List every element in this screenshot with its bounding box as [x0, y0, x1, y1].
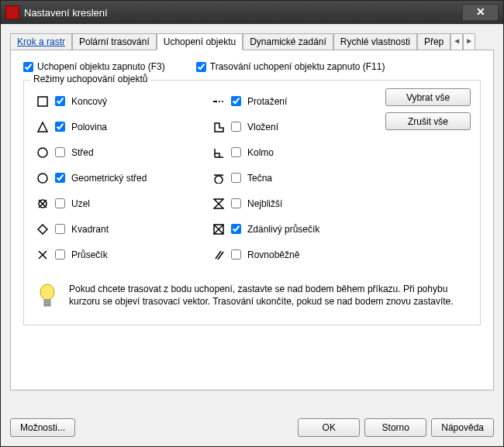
perpendicular-checkbox[interactable]: Kolmo: [228, 145, 274, 160]
insertion-icon: [209, 122, 228, 132]
otrack-on-checkbox[interactable]: Trasování uchopení objektu zapnuto (F11): [196, 61, 385, 72]
tab-page-osnap: Uchopení objektu zapnuto (F3) Trasování …: [10, 50, 494, 390]
node-checkbox[interactable]: Uzel: [52, 196, 90, 211]
intersection-checkbox[interactable]: Průsečík: [52, 247, 108, 262]
parallel-checkbox[interactable]: Rovnoběžně: [228, 247, 299, 262]
quadrant-checkbox[interactable]: Kvadrant: [52, 222, 109, 236]
svg-marker-15: [214, 199, 223, 208]
window-title: Nastavení kreslení: [24, 7, 462, 19]
otrack-on-label: Trasování uchopení objektu zapnuto (F11): [210, 61, 385, 72]
endpoint-icon: [33, 96, 52, 107]
dialog-window: Nastavení kreslení ✕ Krok a rastr Polárn…: [0, 0, 504, 447]
intersection-icon: [33, 249, 52, 260]
snap-modes-group: Režimy uchopování objektů Koncový: [23, 80, 481, 325]
title-bar[interactable]: Nastavení kreslení ✕: [1, 1, 503, 24]
tab-dynamic[interactable]: Dynamické zadání: [243, 33, 333, 50]
top-checkbox-row: Uchopení objektu zapnuto (F3) Trasování …: [23, 61, 481, 72]
center-checkbox[interactable]: Střed: [52, 145, 94, 160]
apparent-checkbox[interactable]: Zdánlivý průsečík: [228, 222, 319, 236]
node-icon: [33, 198, 52, 209]
osnap-on-checkbox[interactable]: Uchopení objektu zapnuto (F3): [23, 61, 165, 72]
endpoint-checkbox[interactable]: Koncový: [52, 94, 107, 108]
client-area: Krok a rastr Polární trasování Uchopení …: [1, 24, 503, 446]
midpoint-icon: [33, 122, 52, 132]
svg-point-13: [215, 176, 223, 184]
tab-polar[interactable]: Polární trasování: [72, 33, 157, 50]
tab-scroll-left[interactable]: ◄: [450, 33, 463, 50]
svg-line-19: [216, 251, 221, 259]
svg-rect-22: [44, 300, 50, 306]
options-button[interactable]: Možnosti...: [10, 418, 75, 437]
close-button[interactable]: ✕: [462, 4, 499, 21]
center-icon: [33, 147, 52, 158]
snap-col-left: Koncový Polovina: [33, 88, 202, 267]
insertion-checkbox[interactable]: Vložení: [228, 119, 278, 134]
tab-osnap[interactable]: Uchopení objektu: [157, 33, 243, 50]
dialog-button-bar: Možnosti... OK Storno Nápověda: [10, 418, 494, 437]
tab-overflow[interactable]: Přep: [417, 33, 450, 50]
osnap-on-label: Uchopení objektu zapnuto (F3): [37, 61, 165, 72]
nearest-icon: [209, 198, 228, 209]
cancel-button[interactable]: Storno: [364, 418, 426, 437]
extension-checkbox[interactable]: Protažení: [228, 94, 287, 108]
svg-rect-0: [38, 97, 47, 106]
svg-marker-1: [38, 122, 47, 132]
otrack-on-input[interactable]: [196, 62, 206, 72]
geocenter-icon: [33, 173, 52, 184]
lightbulb-icon: [36, 283, 58, 311]
tangent-checkbox[interactable]: Tečna: [228, 170, 272, 185]
ok-button[interactable]: OK: [298, 418, 360, 437]
svg-point-3: [38, 174, 47, 183]
tab-quickprops[interactable]: Rychlé vlastnosti: [333, 33, 417, 50]
tab-scroll-right[interactable]: ►: [463, 33, 475, 50]
app-icon: [5, 5, 19, 19]
svg-marker-7: [38, 225, 47, 234]
apparent-icon: [209, 224, 228, 235]
quadrant-icon: [33, 224, 52, 235]
nearest-checkbox[interactable]: Nejbližší: [228, 196, 282, 211]
osnap-on-input[interactable]: [23, 62, 33, 72]
tip-text: Pokud chcete trasovat z bodu uchopení, z…: [69, 283, 468, 311]
svg-line-20: [218, 252, 223, 260]
svg-point-12: [222, 101, 223, 102]
tangent-icon: [209, 173, 228, 184]
svg-point-11: [219, 101, 220, 102]
select-all-button[interactable]: Vybrat vše: [385, 88, 471, 106]
tab-snap-grid[interactable]: Krok a rastr: [10, 33, 72, 50]
snap-modes-title: Režimy uchopování objektů: [30, 74, 150, 84]
midpoint-checkbox[interactable]: Polovina: [52, 119, 107, 134]
snap-buttons-col: Vybrat vše Zrušit vše: [385, 88, 471, 267]
tip-row: Pokud chcete trasovat z bodu uchopení, z…: [33, 278, 471, 315]
svg-point-21: [40, 284, 54, 300]
tab-strip: Krok a rastr Polární trasování Uchopení …: [10, 33, 494, 50]
perpendicular-icon: [209, 147, 228, 158]
help-button[interactable]: Nápověda: [431, 418, 494, 437]
parallel-icon: [209, 249, 228, 260]
svg-point-2: [38, 148, 47, 157]
extension-icon: [209, 96, 228, 107]
clear-all-button[interactable]: Zrušit vše: [385, 112, 471, 130]
snap-col-right: Protažení Vložení: [209, 88, 378, 267]
geocenter-checkbox[interactable]: Geometrický střed: [52, 170, 147, 185]
snap-modes-grid: Koncový Polovina: [33, 88, 471, 267]
